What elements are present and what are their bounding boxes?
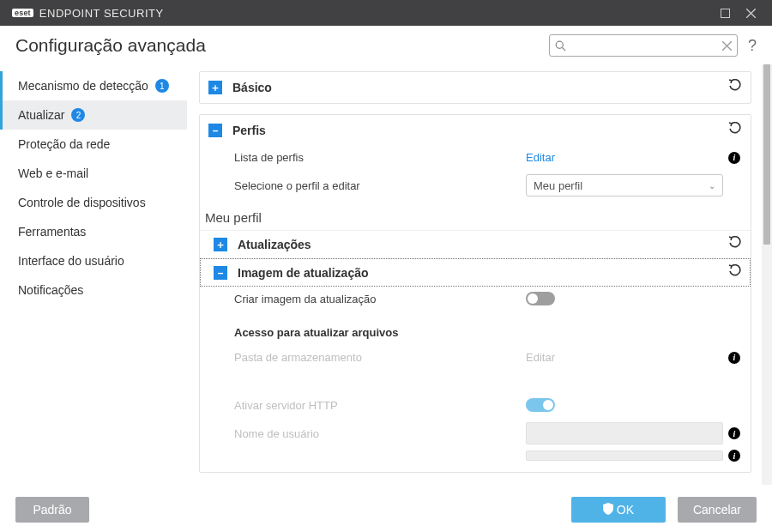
edit-profiles-link[interactable]: Editar bbox=[526, 151, 555, 164]
edit-folder-link: Editar bbox=[526, 351, 555, 364]
collapse-icon: – bbox=[214, 266, 227, 280]
sidebar-item-notifications[interactable]: Notificações bbox=[0, 275, 187, 305]
sidebar-item-detection-engine[interactable]: Mecanismo de detecção 1 bbox=[0, 71, 187, 100]
page-header: Configuração avançada ? bbox=[0, 26, 772, 64]
brand-logo: eset bbox=[12, 9, 33, 17]
revert-icon[interactable] bbox=[728, 79, 742, 96]
row-http-server: Ativar servidor HTTP bbox=[200, 393, 751, 417]
sidebar-item-label: Atualizar bbox=[18, 108, 64, 122]
collapse-icon: – bbox=[208, 124, 222, 137]
info-icon[interactable]: i bbox=[728, 427, 740, 439]
brand-text: ENDPOINT SECURITY bbox=[39, 7, 164, 20]
sidebar-item-web-email[interactable]: Web e e-mail bbox=[0, 159, 187, 188]
chevron-down-icon: ⌄ bbox=[709, 181, 715, 190]
expand-icon: ＋ bbox=[214, 238, 227, 251]
select-value: Meu perfil bbox=[534, 179, 582, 192]
svg-point-3 bbox=[556, 41, 563, 48]
sidebar: Mecanismo de detecção 1 Atualizar 2 Prot… bbox=[0, 64, 187, 485]
sidebar-item-user-interface[interactable]: Interface do usuário bbox=[0, 246, 187, 275]
search-input[interactable] bbox=[570, 39, 719, 51]
field-label: Criar imagem da atualização bbox=[234, 293, 526, 305]
row-profile-list: Lista de perfis Editar i bbox=[200, 146, 751, 169]
scrollbar[interactable] bbox=[762, 64, 772, 485]
field-label: Lista de perfis bbox=[234, 151, 526, 164]
sidebar-item-label: Controle de dispositivos bbox=[18, 196, 146, 209]
ok-button[interactable]: OK bbox=[571, 497, 666, 523]
clear-search-icon[interactable] bbox=[722, 41, 732, 51]
svg-line-4 bbox=[563, 47, 566, 51]
field-label: Pasta de armazenamento bbox=[234, 351, 526, 364]
section-title: Atualizações bbox=[238, 238, 311, 251]
search-input-wrapper[interactable] bbox=[549, 34, 738, 57]
section-title: Imagem de atualização bbox=[238, 266, 369, 280]
cancel-button[interactable]: Cancelar bbox=[678, 497, 757, 523]
info-icon[interactable]: i bbox=[728, 352, 740, 364]
field-label: Nome de usuário bbox=[234, 427, 526, 440]
http-server-toggle bbox=[526, 398, 555, 412]
scrollbar-thumb[interactable] bbox=[763, 64, 770, 245]
sidebar-item-label: Mecanismo de detecção bbox=[18, 79, 148, 93]
sidebar-badge: 2 bbox=[71, 108, 85, 122]
panel-profiles: – Perfis Lista de perfis Editar i Seleci… bbox=[199, 114, 751, 473]
panel-basic-header[interactable]: ＋ Básico bbox=[200, 72, 751, 103]
username-input bbox=[526, 422, 723, 444]
sidebar-item-tools[interactable]: Ferramentas bbox=[0, 217, 187, 246]
revert-icon[interactable] bbox=[728, 122, 742, 139]
panel-title: Perfis bbox=[232, 124, 266, 137]
row-username: Nome de usuário i bbox=[200, 417, 751, 450]
row-storage-folder: Pasta de armazenamento Editar i bbox=[200, 346, 751, 369]
window-titlebar: eset ENDPOINT SECURITY bbox=[0, 0, 772, 26]
window-close-icon[interactable] bbox=[738, 3, 763, 23]
section-update-image[interactable]: – Imagem de atualização bbox=[200, 258, 751, 287]
sidebar-item-update[interactable]: Atualizar 2 bbox=[0, 100, 187, 130]
sidebar-badge: 1 bbox=[155, 79, 169, 93]
password-input bbox=[526, 450, 723, 461]
ok-button-label: OK bbox=[617, 503, 634, 517]
sidebar-item-label: Ferramentas bbox=[18, 225, 86, 239]
shield-icon bbox=[603, 503, 613, 517]
info-icon[interactable]: i bbox=[728, 152, 740, 164]
expand-icon: ＋ bbox=[208, 81, 222, 94]
section-updates[interactable]: ＋ Atualizações bbox=[200, 230, 751, 258]
field-label: Selecione o perfil a editar bbox=[234, 179, 526, 192]
svg-rect-0 bbox=[721, 9, 729, 17]
info-icon[interactable]: i bbox=[728, 450, 740, 462]
help-icon[interactable]: ? bbox=[748, 37, 757, 55]
field-label: Ativar servidor HTTP bbox=[234, 399, 526, 412]
panel-title: Básico bbox=[232, 81, 272, 94]
panel-basic: ＋ Básico bbox=[199, 71, 751, 104]
create-mirror-toggle[interactable] bbox=[526, 292, 555, 305]
revert-icon[interactable] bbox=[728, 264, 742, 281]
search-icon bbox=[555, 40, 566, 51]
sidebar-item-label: Notificações bbox=[18, 283, 83, 297]
panel-profiles-header[interactable]: – Perfis bbox=[200, 115, 751, 146]
main-content: ＋ Básico – Perfis bbox=[187, 64, 762, 485]
footer: Padrão OK Cancelar bbox=[0, 487, 772, 532]
subheader-my-profile: Meu perfil bbox=[200, 202, 751, 230]
sidebar-item-device-control[interactable]: Controle de dispositivos bbox=[0, 188, 187, 217]
sidebar-item-label: Interface do usuário bbox=[18, 254, 124, 268]
profile-select[interactable]: Meu perfil ⌄ bbox=[526, 174, 723, 196]
row-select-profile: Selecione o perfil a editar Meu perfil ⌄ bbox=[200, 169, 751, 202]
page-title: Configuração avançada bbox=[15, 35, 206, 56]
sidebar-item-network-protection[interactable]: Proteção da rede bbox=[0, 130, 187, 159]
sidebar-item-label: Web e e-mail bbox=[18, 166, 88, 180]
row-cutoff: i bbox=[200, 450, 751, 467]
window-maximize-icon[interactable] bbox=[712, 3, 738, 23]
default-button[interactable]: Padrão bbox=[15, 497, 89, 523]
revert-icon[interactable] bbox=[728, 236, 742, 253]
row-create-mirror: Criar imagem da atualização bbox=[200, 287, 751, 311]
sidebar-item-label: Proteção da rede bbox=[18, 137, 110, 151]
subsection-file-access: Acesso para atualizar arquivos bbox=[200, 311, 751, 346]
